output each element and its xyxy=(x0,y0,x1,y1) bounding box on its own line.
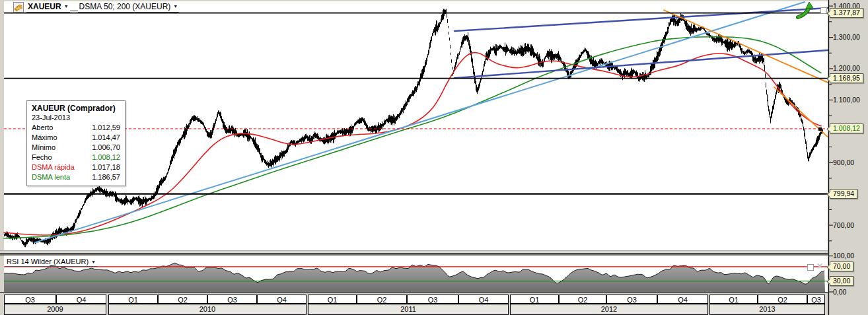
info-row: Máximo1.014,47 xyxy=(32,133,120,143)
quarter-cell: Q1 xyxy=(510,295,559,304)
rsi-level-tag[interactable]: 30,00 xyxy=(830,276,853,286)
chevron-down-icon: ▼ xyxy=(91,260,96,264)
quarter-cell: Q4 xyxy=(657,295,708,304)
year-cell: 2010 xyxy=(108,304,307,315)
info-date: 23-Jul-2013 xyxy=(32,114,120,122)
indicator-name: DSMA 50; 200 (XAUEUR) xyxy=(79,2,171,11)
quarter-cell: Q2 xyxy=(158,295,207,304)
rsi-indicator-selector[interactable]: RSI 14 Wilder (XAUEUR) ▼ xyxy=(5,258,97,267)
rsi-level-drag-handle[interactable] xyxy=(807,264,814,271)
price-level-tag[interactable]: 1.377,87 xyxy=(830,8,863,18)
info-row: Mínimo1.006,70 xyxy=(32,143,120,153)
info-row: Fecho1.008,12 xyxy=(32,153,120,162)
info-row-label: DSMA rápida xyxy=(32,162,75,172)
info-title: XAUEUR (Comprador) xyxy=(32,104,120,113)
price-tick-label: 900,00 xyxy=(833,158,854,166)
header-divider xyxy=(70,3,78,11)
year-cell: 2011 xyxy=(308,304,509,315)
year-cell: 2009 xyxy=(4,304,106,315)
quarter-cell: Q4 xyxy=(458,295,509,304)
quarter-cell: Q1 xyxy=(709,295,758,304)
symbol-name: XAUEUR xyxy=(28,2,61,11)
quote-info-box: XAUEUR (Comprador) 23-Jul-2013 Aberto1.0… xyxy=(26,100,126,186)
info-row-value: 1.012,59 xyxy=(92,123,120,133)
price-tick-label: 700,00 xyxy=(833,221,854,229)
quarter-cell: Q2 xyxy=(758,295,807,304)
info-row: DSMA rápida1.017,18 xyxy=(32,162,120,172)
chart-canvas[interactable] xyxy=(0,0,868,315)
quarter-cell: Q2 xyxy=(559,295,606,304)
rsi-level-tag[interactable]: 70,00 xyxy=(830,262,853,271)
info-row-value: 1.014,47 xyxy=(92,133,120,143)
delete-level-icon[interactable]: ✕ xyxy=(816,263,823,269)
info-row-label: Aberto xyxy=(32,123,53,133)
gold-ingot-icon xyxy=(13,2,24,13)
quarter-cell: Q4 xyxy=(56,295,106,304)
trend-validation-arrow-icon[interactable] xyxy=(796,2,817,22)
trendline-drag-handle[interactable] xyxy=(820,7,827,14)
price-level-tag[interactable]: 1.008,12 xyxy=(830,123,863,133)
info-row-value: 1.186,57 xyxy=(92,172,120,182)
price-tick-label: 1.300,00 xyxy=(833,33,860,41)
year-cell: 2012 xyxy=(510,304,708,315)
rsi-indicator-name: RSI 14 Wilder (XAUEUR) xyxy=(7,258,89,265)
chevron-down-icon: ▼ xyxy=(173,4,178,9)
info-row-value: 1.017,18 xyxy=(92,162,120,172)
info-row-label: Mínimo xyxy=(32,143,55,153)
price-level-tag[interactable]: 799,94 xyxy=(830,189,857,199)
info-row-label: Fecho xyxy=(32,153,52,162)
info-row-value: 1.008,12 xyxy=(92,153,120,162)
indicator-selector[interactable]: DSMA 50; 200 (XAUEUR) ▼ xyxy=(78,2,180,13)
trading-chart-window: XAUEUR ▼ DSMA 50; 200 (XAUEUR) ▼ XAUEUR … xyxy=(0,0,868,315)
info-row: Aberto1.012,59 xyxy=(32,123,120,133)
quarter-cell: Q1 xyxy=(108,295,158,304)
info-row: DSMA lenta1.186,57 xyxy=(32,172,120,182)
rsi-tick-label: 0,00 xyxy=(833,288,846,296)
quarter-cell: Q4 xyxy=(257,295,307,304)
quarter-cell: Q3 xyxy=(207,295,257,304)
quarter-cell: Q1 xyxy=(308,295,357,304)
quarter-cell: Q2 xyxy=(357,295,407,304)
info-row-value: 1.006,70 xyxy=(92,143,120,153)
chart-header: XAUEUR ▼ DSMA 50; 200 (XAUEUR) ▼ xyxy=(13,1,179,13)
info-row-label: DSMA lenta xyxy=(32,172,70,182)
info-rows: Aberto1.012,59Máximo1.014,47Mínimo1.006,… xyxy=(32,123,120,182)
rsi-tick-label: 100,00 xyxy=(833,252,854,260)
price-level-tag[interactable]: 1.168,95 xyxy=(830,73,863,83)
chevron-down-icon: ▼ xyxy=(64,4,69,9)
quarter-cell: Q3 xyxy=(407,295,458,304)
price-tick-label: 1.200,00 xyxy=(833,64,860,72)
symbol-selector[interactable]: XAUEUR ▼ xyxy=(26,2,70,13)
quarter-cell: Q3 xyxy=(807,295,825,304)
year-cell: 2013 xyxy=(709,304,825,315)
price-tick-label: 1.100,00 xyxy=(833,96,860,104)
info-row-label: Máximo xyxy=(32,133,57,143)
quarter-cell: Q3 xyxy=(4,295,56,304)
quarter-cell: Q3 xyxy=(606,295,657,304)
